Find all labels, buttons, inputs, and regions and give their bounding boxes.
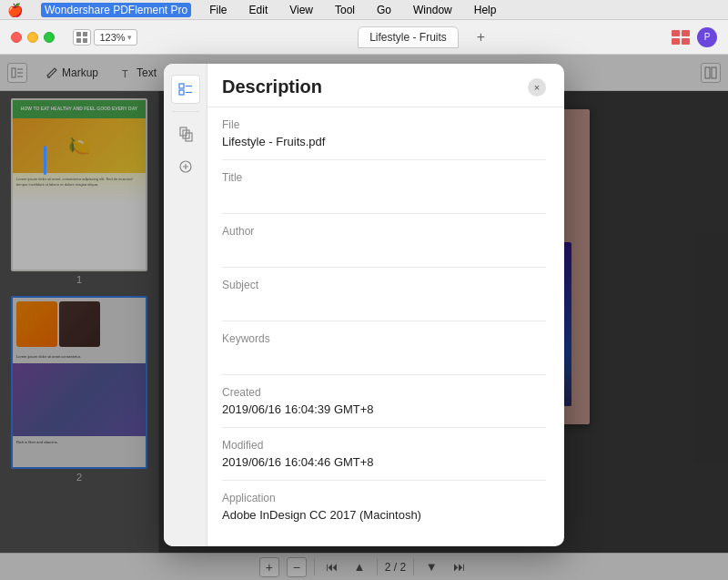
- title-right: P: [672, 27, 728, 47]
- modal-sidebar-list-button[interactable]: [171, 75, 200, 104]
- user-avatar[interactable]: P: [697, 27, 717, 47]
- titlebar: 123% ▾ Lifestyle - Fruits + P: [0, 20, 728, 55]
- modal-body: File Lifestyle - Fruits.pdf Title Author…: [207, 107, 564, 546]
- field-value: [222, 349, 546, 363]
- tab-area: Lifestyle - Fruits +: [145, 29, 672, 46]
- description-field: File Lifestyle - Fruits.pdf: [222, 107, 546, 160]
- description-modal: Description × File Lifestyle - Fruits.pd…: [164, 64, 564, 546]
- field-value: Lifestyle - Fruits.pdf: [222, 135, 546, 148]
- menubar: 🍎 Wondershare PDFlement Pro File Edit Vi…: [0, 0, 728, 20]
- field-label: Application: [222, 492, 546, 504]
- svg-rect-18: [179, 84, 184, 88]
- field-label: File: [222, 118, 546, 131]
- bookmark-icon: [177, 158, 194, 175]
- modal-sidebar-pages-button[interactable]: [171, 119, 200, 148]
- menu-tool[interactable]: Tool: [331, 3, 359, 17]
- field-value: [222, 188, 546, 202]
- new-tab-button[interactable]: +: [477, 29, 485, 46]
- field-label: Created: [222, 386, 546, 399]
- field-value: 2019/06/16 16:04:46 GMT+8: [222, 455, 546, 469]
- modal-sidebar: [164, 64, 207, 546]
- close-icon: ×: [534, 82, 540, 93]
- title-controls: 123% ▾: [66, 29, 145, 46]
- field-label: Subject: [222, 279, 546, 291]
- description-field: Created 2019/06/16 16:04:39 GMT+8: [222, 375, 546, 428]
- svg-rect-19: [179, 90, 184, 95]
- menu-file[interactable]: File: [206, 3, 230, 17]
- svg-rect-1: [83, 32, 87, 36]
- app-grid-icon[interactable]: [672, 30, 690, 45]
- menu-app[interactable]: Wondershare PDFlement Pro: [41, 3, 191, 17]
- modal-overlay: Description × File Lifestyle - Fruits.pd…: [0, 55, 728, 580]
- close-window-button[interactable]: [11, 32, 22, 43]
- modal-sidebar-divider: [172, 111, 199, 112]
- zoom-selector[interactable]: 123% ▾: [94, 29, 137, 46]
- modal-close-button[interactable]: ×: [528, 78, 546, 97]
- modal-sidebar-bookmark-button[interactable]: [171, 152, 200, 181]
- field-label: Author: [222, 225, 546, 238]
- fullscreen-window-button[interactable]: [44, 32, 55, 43]
- field-label: Keywords: [222, 332, 546, 345]
- description-field: Title: [222, 160, 546, 214]
- field-label: Modified: [222, 439, 546, 452]
- list-icon: [177, 81, 194, 97]
- field-value: [222, 295, 546, 310]
- modal-title: Description: [222, 76, 322, 97]
- menu-view[interactable]: View: [286, 3, 317, 17]
- apple-icon[interactable]: 🍎: [7, 3, 23, 17]
- field-label: Title: [222, 171, 546, 184]
- menu-help[interactable]: Help: [470, 3, 500, 17]
- description-field: Modified 2019/06/16 16:04:46 GMT+8: [222, 428, 546, 481]
- minimize-window-button[interactable]: [27, 32, 38, 43]
- field-value: [222, 241, 546, 256]
- menu-edit[interactable]: Edit: [246, 3, 272, 17]
- description-field: Application Adobe InDesign CC 2017 (Maci…: [222, 481, 546, 533]
- zoom-value: 123%: [99, 32, 125, 43]
- field-value: Adobe InDesign CC 2017 (Macintosh): [222, 508, 546, 522]
- tab-lifestyle-fruits[interactable]: Lifestyle - Fruits: [358, 26, 459, 48]
- svg-rect-3: [83, 38, 87, 43]
- tab-label: Lifestyle - Fruits: [369, 31, 447, 44]
- description-field: Keywords: [222, 321, 546, 375]
- modal-header: Description ×: [207, 64, 564, 107]
- svg-rect-0: [76, 32, 81, 36]
- view-toggle-icon: [76, 32, 87, 43]
- svg-rect-2: [76, 38, 81, 43]
- pages-icon: [177, 126, 194, 142]
- modal-content: Description × File Lifestyle - Fruits.pd…: [207, 64, 564, 546]
- zoom-chevron-icon: ▾: [127, 33, 132, 42]
- field-value: 2019/06/16 16:04:39 GMT+8: [222, 402, 546, 416]
- menu-window[interactable]: Window: [410, 3, 456, 17]
- menu-go[interactable]: Go: [373, 3, 395, 17]
- description-field: Author: [222, 214, 546, 268]
- description-field: Subject: [222, 268, 546, 321]
- view-toggle-button[interactable]: [73, 29, 91, 46]
- traffic-lights: [0, 32, 66, 43]
